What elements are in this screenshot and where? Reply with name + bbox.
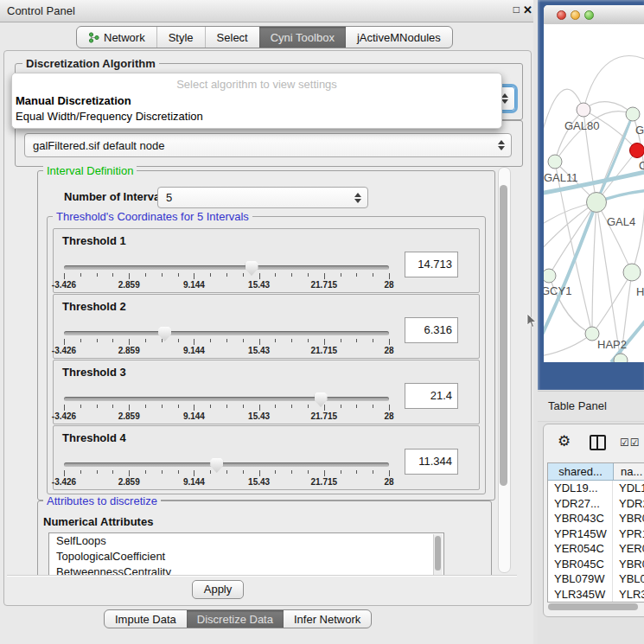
panel-scrollbar[interactable] bbox=[498, 167, 511, 573]
table-scrollbar-thumb[interactable] bbox=[548, 603, 638, 610]
threshold-slider-1: -3.4262.8599.14415.4321.71528 bbox=[62, 262, 392, 291]
tick-mark bbox=[210, 470, 211, 474]
checkbox-icons[interactable]: ☑☑ bbox=[620, 437, 641, 449]
tick-mark bbox=[373, 405, 373, 408]
popup-option-equal-width-frequency-discretization[interactable]: Equal Width/Frequency Discretization bbox=[12, 109, 501, 124]
tab-select[interactable]: Select bbox=[205, 27, 259, 48]
table-row[interactable]: YLR345WYLR3... bbox=[548, 587, 644, 603]
network-node-GAL11 bbox=[548, 155, 562, 169]
close-icon[interactable]: ✕ bbox=[523, 3, 532, 16]
numerical-attributes-list[interactable]: SelfLoopsTopologicalCoefficientBetweenne… bbox=[48, 532, 444, 575]
table-horizontal-scrollbar[interactable] bbox=[547, 603, 644, 611]
scale-label: -3.426 bbox=[52, 280, 76, 290]
popup-option-manual-discretization[interactable]: Manual Discretization bbox=[12, 93, 501, 109]
tick-mark bbox=[324, 339, 325, 345]
zoom-traffic-light-icon[interactable] bbox=[584, 10, 594, 20]
control-panel-titlebar: Control Panel □ ✕ bbox=[0, 0, 533, 22]
panel-scrollbar-thumb[interactable] bbox=[500, 185, 507, 486]
tick-mark bbox=[373, 273, 373, 277]
slider-track[interactable] bbox=[64, 397, 389, 401]
interval-definition-group: Interval Definition Number of Intervals … bbox=[37, 170, 495, 501]
table-data-combobox[interactable]: galFiltered.sif default node bbox=[24, 133, 512, 157]
tab-jactivemnodules[interactable]: jActiveMNodules bbox=[346, 27, 452, 48]
tick-mark bbox=[291, 339, 292, 342]
tick-mark bbox=[356, 339, 357, 342]
close-traffic-light-icon[interactable] bbox=[557, 10, 566, 20]
slider-thumb[interactable] bbox=[245, 261, 258, 276]
split-columns-icon[interactable] bbox=[590, 435, 606, 450]
gear-icon[interactable]: ⚙ bbox=[558, 432, 571, 450]
tick-mark bbox=[259, 470, 260, 476]
scale-label: -3.426 bbox=[52, 411, 76, 421]
tab-style[interactable]: Style bbox=[156, 27, 205, 48]
list-item-topologicalcoefficient[interactable]: TopologicalCoefficient bbox=[49, 549, 443, 564]
tab-label: Cyni Toolbox bbox=[271, 31, 335, 44]
tab-network[interactable]: Network bbox=[77, 27, 156, 48]
network-window[interactable]: GAL80GACGAL11GAL4GCY1HHAP2 bbox=[544, 5, 644, 362]
column-header-name[interactable]: na... bbox=[614, 463, 644, 480]
scale-label: 9.144 bbox=[183, 280, 205, 290]
tick-mark bbox=[210, 339, 211, 342]
column-header-shared-name[interactable]: shared... bbox=[548, 463, 614, 480]
tick-mark bbox=[259, 405, 260, 411]
table-data-value: galFiltered.sif default node bbox=[25, 139, 494, 152]
number-of-intervals-combobox[interactable]: 5 bbox=[157, 187, 368, 208]
network-icon bbox=[88, 32, 99, 43]
threshold-value-field[interactable]: 14.713 bbox=[405, 252, 458, 277]
table-cell: YBR043C bbox=[548, 511, 613, 526]
tab-cyni-toolbox[interactable]: Cyni Toolbox bbox=[259, 27, 346, 48]
threshold-value-field[interactable]: 21.4 bbox=[405, 383, 458, 409]
tick-mark bbox=[145, 273, 146, 277]
attributes-scrollbar[interactable] bbox=[433, 534, 443, 575]
apply-button[interactable]: Apply bbox=[192, 580, 244, 599]
tick-mark bbox=[178, 405, 179, 408]
tick-mark bbox=[373, 470, 373, 474]
tick-mark bbox=[194, 470, 194, 476]
slider-thumb[interactable] bbox=[315, 392, 328, 407]
network-canvas[interactable]: GAL80GACGAL11GAL4GCY1HHAP2 bbox=[544, 24, 644, 362]
mouse-cursor bbox=[526, 313, 537, 328]
table-row[interactable]: YDR27...YDR2... bbox=[548, 496, 644, 512]
algorithm-dropdown-popup: Select algorithm to view settings Manual… bbox=[11, 73, 502, 129]
list-item-selfloops[interactable]: SelfLoops bbox=[49, 533, 443, 549]
minimize-traffic-light-icon[interactable] bbox=[571, 10, 580, 20]
threshold-value-field[interactable]: 6.316 bbox=[405, 317, 458, 343]
table-row[interactable]: YPR145WYPR1... bbox=[548, 526, 644, 542]
slider-track[interactable] bbox=[64, 331, 389, 335]
tab-impute-data[interactable]: Impute Data bbox=[105, 610, 187, 628]
threshold-slider-2: -3.4262.8599.14415.4321.71528 bbox=[62, 328, 392, 357]
list-item-betweennesscentrality[interactable]: BetweennessCentrality bbox=[49, 564, 443, 575]
popup-hint: Select algorithm to view settings bbox=[12, 76, 501, 93]
table-row[interactable]: YDL19...YDL1... bbox=[548, 481, 644, 496]
separator bbox=[7, 575, 517, 577]
table-row[interactable]: YBR043CYBR0... bbox=[548, 511, 644, 526]
threshold-value-field[interactable]: 11.344 bbox=[405, 449, 458, 475]
tick-mark bbox=[97, 273, 98, 277]
tick-mark bbox=[80, 470, 81, 474]
table-row[interactable]: YER054CYER0... bbox=[548, 541, 644, 557]
tab-discretize-data[interactable]: Discretize Data bbox=[187, 610, 284, 628]
tick-mark bbox=[129, 405, 130, 411]
slider-track[interactable] bbox=[64, 462, 389, 467]
network-node-GAL80 bbox=[577, 103, 590, 117]
tick-mark bbox=[162, 339, 163, 342]
table-cell: YBR0... bbox=[613, 557, 644, 572]
slider-thumb[interactable] bbox=[210, 458, 223, 473]
tick-mark bbox=[80, 273, 81, 277]
tick-mark bbox=[112, 405, 113, 408]
table-cell: YDR2... bbox=[613, 496, 644, 512]
tab-infer-network[interactable]: Infer Network bbox=[284, 610, 371, 628]
control-panel: Control Panel □ ✕ NetworkStyleSelectCyni… bbox=[0, 0, 533, 644]
threshold-label: Threshold 2 bbox=[62, 300, 126, 313]
float-window-icon[interactable]: □ bbox=[513, 3, 520, 16]
slider-thumb[interactable] bbox=[158, 327, 171, 341]
scale-label: 28 bbox=[384, 346, 393, 355]
threshold-slider-4: -3.4262.8599.14415.4321.71528 bbox=[62, 459, 392, 488]
table-row[interactable]: YBR045CYBR0... bbox=[548, 557, 644, 572]
attributes-scrollbar-thumb[interactable] bbox=[435, 536, 441, 571]
tick-mark bbox=[226, 470, 227, 474]
table-row[interactable]: YBL079WYBL0... bbox=[548, 571, 644, 587]
slider-track[interactable] bbox=[64, 265, 389, 270]
scale-label: -3.426 bbox=[52, 477, 76, 487]
node-attribute-table[interactable]: shared...na...YDL19...YDL1...YDR27...YDR… bbox=[547, 462, 644, 603]
